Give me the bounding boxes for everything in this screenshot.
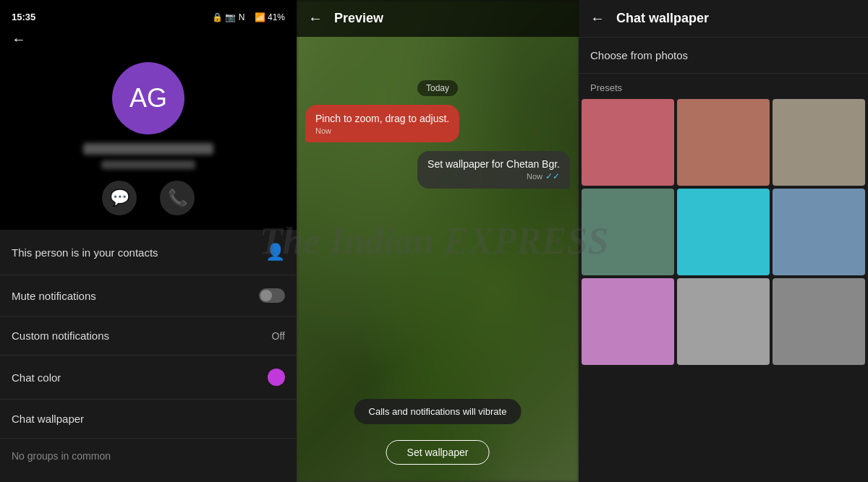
chat-wallpaper-label: Chat wallpaper bbox=[12, 413, 84, 425]
custom-notifications-value: Off bbox=[272, 330, 285, 342]
preset-5[interactable] bbox=[677, 189, 770, 275]
preset-6[interactable] bbox=[773, 189, 865, 275]
menu-list: This person is in your contacts 👤 Mute n… bbox=[0, 230, 297, 482]
wallpaper-header: ← Chat wallpaper bbox=[579, 0, 868, 38]
bubble-right-text: Set wallpaper for Chetan Bgr. bbox=[427, 158, 560, 170]
preset-4[interactable] bbox=[582, 189, 674, 275]
bubble-right-time-value: Now bbox=[527, 172, 542, 181]
chat-color-label: Chat color bbox=[12, 371, 61, 384]
call-icon: 📞 bbox=[168, 189, 187, 207]
status-bar: 15:35 🔒 📷 N 📶 41% bbox=[12, 9, 285, 28]
chat-icon: 💬 bbox=[110, 189, 129, 207]
preset-3[interactable] bbox=[773, 99, 865, 186]
custom-notifications-item[interactable]: Custom notifications Off bbox=[0, 317, 297, 356]
preset-9[interactable] bbox=[773, 278, 865, 365]
chat-date-badge: Today bbox=[417, 80, 458, 96]
mute-toggle[interactable] bbox=[259, 288, 285, 303]
no-groups-label: No groups in common bbox=[0, 439, 297, 473]
status-icons: 🔒 📷 N 📶 41% bbox=[212, 12, 285, 22]
chat-color-dot-wrapper bbox=[268, 369, 285, 386]
avatar-initials: AG bbox=[129, 83, 167, 113]
chat-wallpaper-item[interactable]: Chat wallpaper bbox=[0, 400, 297, 439]
contact-panel: 15:35 🔒 📷 N 📶 41% ← AG 💬 📞 bbox=[0, 0, 297, 482]
preset-1[interactable] bbox=[582, 99, 674, 186]
set-wallpaper-button[interactable]: Set wallpaper bbox=[386, 440, 490, 465]
preset-2[interactable] bbox=[677, 99, 770, 186]
bubble-right-time: Now ✓✓ bbox=[527, 171, 560, 181]
choose-photos-option[interactable]: Choose from photos bbox=[579, 38, 868, 74]
mute-toggle-wrapper bbox=[259, 288, 285, 303]
preview-header: ← Preview bbox=[297, 0, 579, 37]
presets-grid bbox=[579, 99, 868, 365]
contact-name bbox=[83, 143, 213, 155]
preview-panel: ← Preview Today Pinch to zoom, drag to a… bbox=[297, 0, 579, 482]
bubble-right: Set wallpaper for Chetan Bgr. Now ✓✓ bbox=[417, 151, 570, 189]
toggle-thumb bbox=[260, 290, 272, 301]
custom-notifications-label: Custom notifications bbox=[12, 330, 109, 342]
mute-item[interactable]: Mute notifications bbox=[0, 275, 297, 317]
contact-actions: 💬 📞 bbox=[102, 181, 195, 215]
bubble-left-time: Now bbox=[315, 126, 449, 135]
call-button[interactable]: 📞 bbox=[160, 181, 195, 215]
chat-color-dot[interactable] bbox=[268, 369, 285, 386]
block-button[interactable]: Block bbox=[0, 473, 297, 482]
wallpaper-panel: ← Chat wallpaper Choose from photos Pres… bbox=[579, 0, 868, 482]
bubble-left-text: Pinch to zoom, drag to adjust. bbox=[315, 113, 449, 124]
check-marks-icon: ✓✓ bbox=[545, 171, 560, 181]
preset-8[interactable] bbox=[677, 278, 770, 365]
back-arrow-preview[interactable]: ← bbox=[308, 10, 323, 27]
contacts-item[interactable]: This person is in your contacts 👤 bbox=[0, 230, 297, 275]
contacts-label: This person is in your contacts bbox=[12, 246, 158, 259]
mute-label: Mute notifications bbox=[12, 290, 96, 302]
chat-messages: Pinch to zoom, drag to adjust. Now Set w… bbox=[305, 105, 570, 191]
avatar: AG bbox=[112, 62, 184, 134]
back-arrow-icon[interactable]: ← bbox=[12, 31, 26, 48]
contacts-icon-wrapper: 👤 bbox=[265, 243, 285, 262]
custom-notifications-value-wrapper: Off bbox=[272, 330, 285, 342]
contact-phone bbox=[101, 160, 195, 169]
preview-title: Preview bbox=[334, 11, 383, 26]
status-time: 15:35 bbox=[12, 12, 35, 22]
contact-header: 15:35 🔒 📷 N 📶 41% ← AG 💬 📞 bbox=[0, 0, 297, 230]
vibrate-toast: Calls and notifications will vibrate bbox=[354, 399, 522, 424]
preset-7[interactable] bbox=[582, 278, 674, 365]
wallpaper-title: Chat wallpaper bbox=[616, 11, 709, 26]
bubble-left: Pinch to zoom, drag to adjust. Now bbox=[305, 105, 459, 142]
presets-label: Presets bbox=[579, 74, 868, 99]
chat-date: Today bbox=[305, 80, 570, 96]
back-button-contact[interactable]: ← bbox=[12, 28, 285, 56]
back-arrow-wallpaper[interactable]: ← bbox=[590, 10, 605, 27]
chat-button[interactable]: 💬 bbox=[102, 181, 137, 215]
chat-color-item[interactable]: Chat color bbox=[0, 356, 297, 400]
contact-person-icon: 👤 bbox=[265, 243, 285, 262]
